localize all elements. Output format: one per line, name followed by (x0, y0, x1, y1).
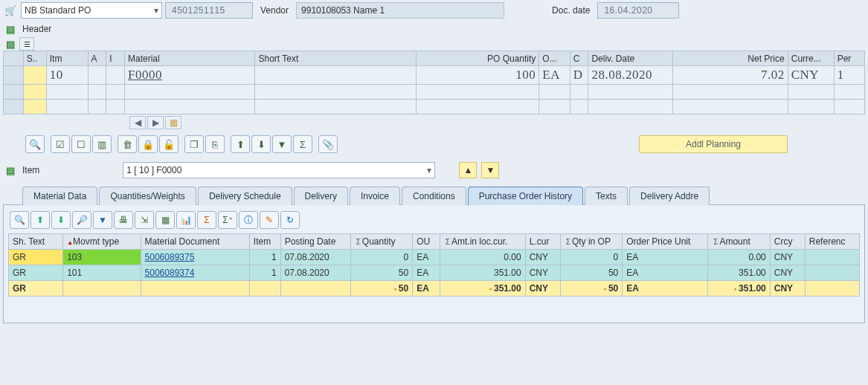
hist-row[interactable]: GR 103 5006089375 1 07.08.2020 0 EA 0.00… (9, 250, 860, 265)
hcol-opu[interactable]: Order Price Unit (623, 234, 708, 250)
hcol-mvt[interactable]: ▲Movmt type (63, 234, 141, 250)
hcol-lcur[interactable]: L.cur (525, 234, 560, 250)
select-all-rows-button[interactable]: ☰ (19, 37, 34, 51)
hist-header-row: Sh. Text ▲Movmt type Material Document I… (9, 234, 860, 250)
filter-button[interactable]: ▼ (272, 135, 292, 153)
cell: GR (9, 250, 63, 265)
item-detail-label: Item (22, 165, 39, 175)
hcol-amount[interactable]: ΣAmount (708, 234, 771, 250)
alv-change-button[interactable]: ✎ (260, 211, 279, 229)
unlock-button[interactable]: 🔓 (159, 135, 179, 153)
po-number-value: 4501251115 (172, 5, 225, 16)
hcol-item[interactable]: Item (249, 234, 280, 250)
tab-po-history[interactable]: Purchase Order History (468, 187, 583, 205)
col-shorttext[interactable]: Short Text (255, 51, 417, 66)
sort-asc-button[interactable]: ⬆ (231, 135, 250, 153)
po-type-dropdown[interactable]: NB Standard PO ▾ (21, 2, 162, 19)
scroll-right-button[interactable]: ▶ (147, 116, 164, 129)
item-selector-dropdown[interactable]: 1 [ 10 ] F0000 ▾ (123, 162, 435, 178)
tab-delivery-schedule[interactable]: Delivery Schedule (198, 187, 292, 205)
tab-invoice[interactable]: Invoice (350, 187, 400, 205)
next-item-button[interactable]: ▼ (481, 162, 499, 178)
cell: EA (413, 265, 440, 281)
column-config-button[interactable]: ▦ (165, 116, 181, 129)
sort-desc-button[interactable]: ⬇ (251, 135, 271, 153)
addl-planning-button[interactable]: Addl Planning (639, 135, 788, 153)
scroll-left-button[interactable]: ◀ (129, 116, 146, 129)
delete-button[interactable]: 🗑 (118, 135, 137, 153)
sum-button[interactable]: Σ (293, 135, 312, 153)
deselect-all-button[interactable]: ☐ (71, 135, 91, 153)
alv-refresh-button[interactable]: ↻ (280, 211, 300, 229)
items-expand-icon[interactable]: ▤ (3, 37, 18, 51)
hist-row[interactable]: GR 101 5006089374 1 07.08.2020 50 EA 351… (9, 265, 860, 281)
attachment-button[interactable]: 📎 (318, 135, 338, 153)
item-detail-expand-icon[interactable]: ▤ (3, 164, 18, 177)
tab-material-data[interactable]: Material Data (22, 187, 97, 205)
hcol-matdoc[interactable]: Material Document (141, 234, 249, 250)
table-row[interactable] (4, 100, 865, 114)
tab-delivery[interactable]: Delivery (294, 187, 348, 205)
alv-print-button[interactable]: 🖶 (114, 211, 133, 229)
tab-quantities-weights[interactable]: Quantities/Weights (99, 187, 196, 205)
alv-info-button[interactable]: ⓘ (239, 211, 258, 229)
hcol-crcy[interactable]: Crcy (770, 234, 805, 250)
matdoc-link[interactable]: 5006089375 (145, 252, 195, 262)
col-itm[interactable]: Itm (46, 51, 88, 66)
header-expand-icon[interactable]: ▤ (3, 22, 18, 36)
vendor-value: 9910108053 Name 1 (301, 5, 385, 16)
propose-button[interactable]: ▥ (92, 135, 112, 153)
col-i[interactable]: I (106, 51, 125, 66)
hcol-amt[interactable]: ΣAmt.in loc.cur. (440, 234, 525, 250)
col-uom[interactable]: O... (539, 51, 570, 66)
hcol-ref[interactable]: Referenc (805, 234, 859, 250)
col-material[interactable]: Material (125, 51, 255, 66)
alv-details-button[interactable]: 🔍 (10, 211, 29, 229)
cell: 0.00 (708, 250, 771, 265)
alv-find-button[interactable]: 🔎 (72, 211, 91, 229)
col-status[interactable]: S.. (23, 51, 46, 66)
tab-conditions[interactable]: Conditions (402, 187, 466, 205)
alv-layout-button[interactable]: ▦ (155, 211, 175, 229)
matdoc-link[interactable]: 5006089374 (145, 268, 195, 278)
col-delivdate[interactable]: Deliv. Date (588, 51, 673, 66)
cell: 0 (560, 250, 623, 265)
table-row[interactable]: 10 F0000 100 EA D 28.08.2020 7.02 CNY 1 (4, 66, 865, 85)
prev-item-button[interactable]: ▲ (459, 162, 477, 178)
alv-export-button[interactable]: ⇲ (135, 211, 154, 229)
table-row[interactable] (4, 85, 865, 100)
col-netprice[interactable]: Net Price (672, 51, 788, 66)
hcol-qtyop[interactable]: ΣQty in OP (560, 234, 623, 250)
alv-subtotal-button[interactable]: Σ⁺ (218, 211, 237, 229)
cell: GR (9, 265, 63, 281)
po-number-field: 4501251115 (165, 2, 253, 19)
hcol-shtext[interactable]: Sh. Text (9, 234, 63, 250)
select-all-button[interactable]: ☑ (51, 135, 70, 153)
col-poqty[interactable]: PO Quantity (417, 51, 539, 66)
alv-sort-desc-button[interactable]: ⬇ (51, 211, 71, 229)
alv-graphic-button[interactable]: 📊 (176, 211, 196, 229)
detail-button[interactable]: 🔍 (25, 135, 45, 153)
col-currency[interactable]: Curre... (788, 51, 834, 66)
copy-button[interactable]: ❐ (184, 135, 204, 153)
paste-button[interactable]: ⎘ (205, 135, 225, 153)
lock-button[interactable]: 🔒 (138, 135, 158, 153)
col-per[interactable]: Per (834, 51, 864, 66)
tab-delivery-address[interactable]: Delivery Addre (629, 187, 710, 205)
hcol-ou[interactable]: OU (413, 234, 440, 250)
alv-filter-button[interactable]: ▼ (93, 211, 112, 229)
cell: 101 (63, 265, 141, 281)
po-history-panel: 🔍 ⬆ ⬇ 🔎 ▼ 🖶 ⇲ ▦ 📊 Σ Σ⁺ ⓘ ✎ ↻ Sh. Text ▲M… (3, 204, 865, 323)
chevron-down-icon: ▾ (427, 165, 431, 175)
item-toolbar: 🔍 ☑ ☐ ▥ 🗑 🔒 🔓 ❐ ⎘ ⬆ ⬇ ▼ Σ 📎 Addl Plannin… (3, 134, 865, 159)
table-header-row: S.. Itm A I Material Short Text PO Quant… (4, 51, 865, 66)
tab-texts[interactable]: Texts (585, 187, 628, 205)
cell-material[interactable]: F0000 (128, 68, 162, 82)
po-type-value: NB Standard PO (25, 5, 91, 16)
col-a[interactable]: A (88, 51, 106, 66)
hcol-posting[interactable]: Posting Date (280, 234, 350, 250)
hcol-qty[interactable]: ΣQuantity (350, 234, 413, 250)
alv-total-button[interactable]: Σ (197, 211, 216, 229)
col-cat[interactable]: C (570, 51, 588, 66)
alv-sort-asc-button[interactable]: ⬆ (30, 211, 50, 229)
